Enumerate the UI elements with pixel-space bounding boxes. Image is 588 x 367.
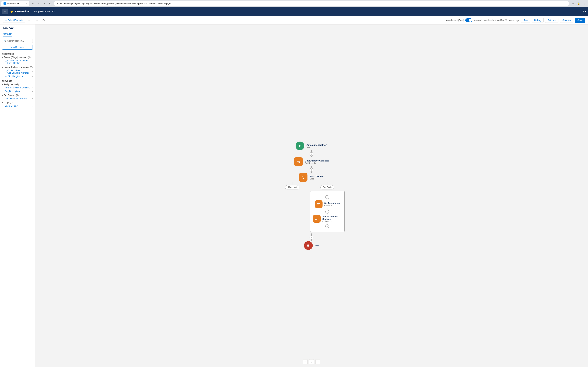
add-node-final[interactable]: + xyxy=(310,236,313,239)
new-resource-button[interactable]: New Resource xyxy=(2,45,33,50)
extension-icon[interactable]: 🔒 xyxy=(576,1,581,6)
activate-button[interactable]: Activate xyxy=(545,18,558,23)
sidebar-item-contacts-from[interactable]: ⚙ Contacts from Get_Example_Contacts › xyxy=(2,69,33,75)
loops-header[interactable]: ▾ Loops (1) xyxy=(2,101,33,104)
loops-label: Loops (1) xyxy=(4,101,13,104)
add-node-inside-3[interactable]: + xyxy=(325,224,329,228)
toolbar: ⊹ Select Elements ↩ ↪ ⚙ Auto-Layout (Bet… xyxy=(0,16,588,25)
auto-layout-toggle[interactable] xyxy=(465,18,472,22)
loops-category: ▾ Loops (1) Each_Contact › xyxy=(2,101,33,108)
save-button[interactable]: Save xyxy=(575,18,585,23)
search-input-wrap: 🔍 xyxy=(2,39,33,43)
loop-node[interactable]: Each Contact Loop xyxy=(299,173,324,182)
version-status: Version 1: Inactive–Last modified 13 min… xyxy=(474,19,519,22)
chevron-right-icon-3: › xyxy=(32,75,33,77)
search-input[interactable] xyxy=(7,40,31,42)
main-layout: Toolbox Manager 🔍 New Resource RESOURCES… xyxy=(0,25,588,367)
flow-diagram: Autolaunched Flow Start + xyxy=(275,138,348,253)
after-last-button[interactable]: After Last xyxy=(285,185,299,189)
sidebar-item-current-item[interactable]: ⚙ Current Item from Loop Each_Contact › xyxy=(2,59,33,65)
save-as-button[interactable]: Save As xyxy=(560,18,573,23)
zoom-out-button[interactable]: − xyxy=(303,359,308,364)
sidebar-item-get-example[interactable]: Get_Example_Contacts › xyxy=(2,97,33,100)
each-contact-label: Each_Contact xyxy=(5,105,18,107)
start-node[interactable]: Autolaunched Flow Start xyxy=(295,142,328,150)
toolbox-tabs: Manager xyxy=(0,31,35,37)
url-text: momentum-computing-884.lightning.force.c… xyxy=(56,2,172,5)
fit-button[interactable]: ⤢ xyxy=(309,359,314,364)
app-title-area: ⚡ Flow Builder xyxy=(10,10,30,13)
flow-name-label: Loop Example - V1 xyxy=(34,10,55,13)
sidebar-item-add-to-modified[interactable]: Add_to_Modified_Contacts › xyxy=(2,86,33,90)
svg-rect-12 xyxy=(307,244,309,247)
new-tab-button[interactable]: + xyxy=(31,1,35,6)
help-button[interactable]: ? ▾ xyxy=(583,10,586,13)
get-records-title: Get Example Contacts xyxy=(305,159,329,162)
more-icon[interactable]: ⋮ xyxy=(582,1,587,6)
debug-button[interactable]: Debug xyxy=(532,18,544,23)
select-elements-button[interactable]: ⊹ Select Elements xyxy=(3,18,25,23)
sidebar-item-each-contact[interactable]: Each_Contact › xyxy=(2,104,33,108)
get-example-label: Get_Example_Contacts xyxy=(5,97,27,100)
back-to-setup-button[interactable]: ← xyxy=(2,9,8,14)
browser-tab[interactable]: Flow Builder ✕ xyxy=(1,1,29,6)
record-collection-header[interactable]: ▾ Record Collection Variables (2) xyxy=(2,66,33,69)
run-button[interactable]: Run xyxy=(521,18,530,23)
variable-icon: ⚙ xyxy=(5,61,7,63)
flow-canvas[interactable]: Autolaunched Flow Start + xyxy=(35,25,588,367)
start-title: Autolaunched Flow xyxy=(306,144,328,146)
svg-rect-6 xyxy=(317,203,320,204)
svg-rect-11 xyxy=(315,219,317,220)
refresh-button[interactable]: ↻ xyxy=(48,1,52,6)
tab-manager[interactable]: Manager xyxy=(3,31,12,37)
app-header: ← ⚡ Flow Builder Loop Example - V1 ? ▾ xyxy=(0,7,588,16)
svg-rect-8 xyxy=(317,205,319,205)
assignments-header[interactable]: ▾ Assignments (2) xyxy=(2,83,33,86)
end-node[interactable]: End xyxy=(304,241,319,250)
add-node-inside-1[interactable]: + xyxy=(325,195,329,199)
sidebar-item-set-description[interactable]: Set_Description › xyxy=(2,90,33,93)
browser-chrome: Flow Builder ✕ + ‹ › ↻ momentum-computin… xyxy=(0,0,588,7)
undo-button[interactable]: ↩ xyxy=(27,17,32,23)
add-node-inside-2[interactable]: + xyxy=(325,210,329,214)
redo-button[interactable]: ↪ xyxy=(34,17,39,23)
browser-nav: ‹ › ↻ xyxy=(36,1,52,6)
zoom-in-button[interactable]: + xyxy=(315,359,320,364)
get-records-node[interactable]: Get Example Contacts Get Records xyxy=(294,157,329,166)
add-to-modified-node[interactable]: Add to Modified Contacts Assignment xyxy=(313,215,342,223)
bookmark-icon[interactable]: ☆ xyxy=(571,1,575,6)
chevron-down-icon-2: ▾ xyxy=(2,66,3,68)
record-collection-category: ▾ Record Collection Variables (2) ⚙ Cont… xyxy=(2,66,33,78)
for-each-box: + Set Descrip xyxy=(310,191,345,232)
select-elements-label: Select Elements xyxy=(8,19,23,22)
add-to-modified-subtitle: Assignment xyxy=(322,220,342,222)
add-node-2[interactable]: + xyxy=(310,168,313,172)
for-each-button[interactable]: For Each xyxy=(320,185,334,189)
connector-2: + xyxy=(310,166,313,173)
app-name-label: Flow Builder xyxy=(15,10,30,13)
set-description-node[interactable]: Set Description Assignment xyxy=(315,200,340,208)
connector-inside-1: + xyxy=(325,194,329,200)
loop-title: Each Contact xyxy=(310,175,324,178)
chevron-down-icon-5: ▾ xyxy=(2,102,3,104)
get-records-header[interactable]: ▾ Get Records (1) xyxy=(2,94,33,97)
sidebar-item-modified-contacts[interactable]: ⚙ Modified_Contacts › xyxy=(2,75,33,78)
chevron-right-icon-6: › xyxy=(32,98,33,100)
after-last-branch: After Last xyxy=(277,183,308,189)
forward-button[interactable]: › xyxy=(42,1,47,6)
sidebar-content: RESOURCES ▾ Record (Single) Variables (1… xyxy=(0,52,35,367)
get-records-subtitle: Get Records xyxy=(305,162,329,164)
start-subtitle: Start xyxy=(306,146,328,148)
settings-button[interactable]: ⚙ xyxy=(41,17,46,23)
branch-row: After Last For Each xyxy=(275,183,348,232)
record-single-header[interactable]: ▾ Record (Single) Variables (1) xyxy=(2,56,33,59)
get-records-label: Get Records (1) xyxy=(4,94,18,96)
modified-contacts-label: Modified_Contacts xyxy=(8,75,25,78)
assignment-item-label: Add_to_Modified_Contacts xyxy=(5,86,30,89)
address-bar[interactable]: momentum-computing-884.lightning.force.c… xyxy=(54,1,569,6)
chevron-right-icon-7: › xyxy=(32,105,33,107)
add-node-1[interactable]: + xyxy=(310,152,313,156)
tab-close-button[interactable]: ✕ xyxy=(25,2,27,5)
record-single-label: Record (Single) Variables (1) xyxy=(4,56,31,58)
back-button[interactable]: ‹ xyxy=(36,1,41,6)
